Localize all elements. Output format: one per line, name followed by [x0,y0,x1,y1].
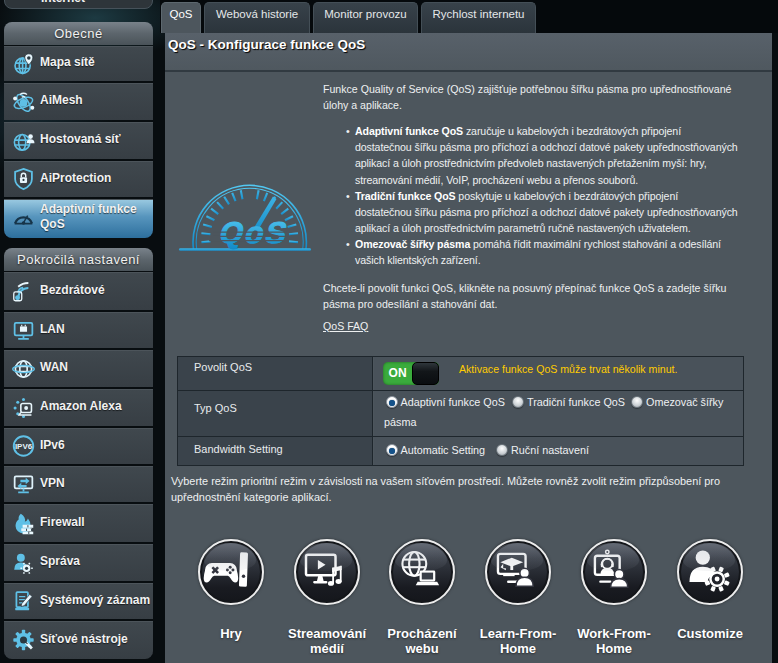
svg-text:IPV6: IPV6 [15,442,33,451]
